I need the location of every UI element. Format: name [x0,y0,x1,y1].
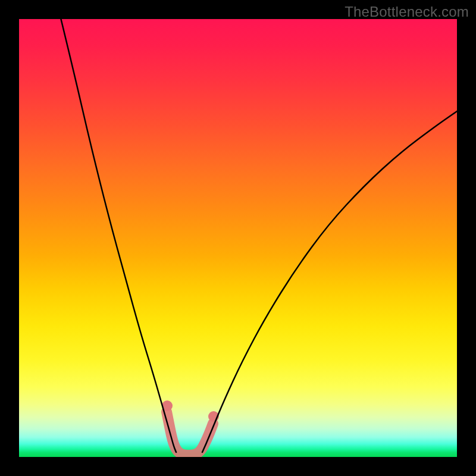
watermark-text: TheBottleneck.com [345,4,469,20]
right-curve [202,111,457,452]
left-curve [60,19,176,452]
chart-svg [19,19,457,457]
chart-plot-area [19,19,457,457]
marker-band [162,400,219,455]
